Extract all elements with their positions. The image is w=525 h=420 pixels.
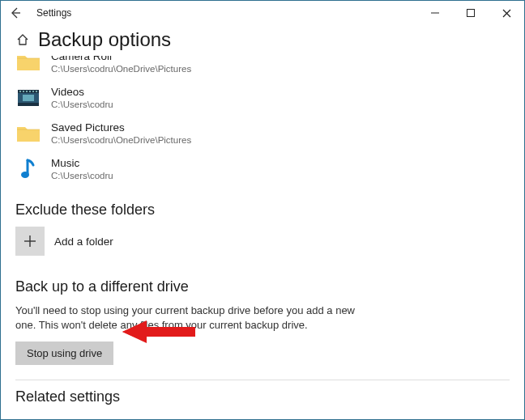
related-heading: Related settings [15,388,510,405]
arrow-left-icon [9,6,22,19]
page-header: Backup options [1,25,524,56]
window-title: Settings [36,7,71,19]
content-area: Camera Roll C:\Users\codru\OneDrive\Pict… [1,56,524,414]
advanced-settings-link[interactable]: See advanced settings [15,414,510,414]
stop-using-drive-button[interactable]: Stop using drive [15,342,113,365]
folder-name: Saved Pictures [51,121,191,135]
svg-point-14 [21,172,29,178]
maximize-button[interactable] [453,1,489,25]
list-item[interactable]: Videos C:\Users\codru [15,80,510,116]
titlebar: Settings [1,1,524,25]
list-item[interactable]: Music C:\Users\codru [15,151,510,187]
page-title: Backup options [38,28,171,51]
list-item[interactable]: Camera Roll C:\Users\codru\OneDrive\Pict… [15,56,510,80]
folder-path: C:\Users\codru\OneDrive\Pictures [51,135,191,146]
svg-rect-8 [23,91,24,92]
diffdrive-heading: Back up to a different drive [15,278,510,295]
minimize-icon [431,9,439,17]
folder-name: Videos [51,85,113,100]
add-folder-button[interactable]: Add a folder [15,227,510,256]
folder-path: C:\Users\codru [51,100,113,111]
exclude-heading: Exclude these folders [15,202,510,218]
folder-path: C:\Users\codru\OneDrive\Pictures [51,64,191,75]
svg-rect-12 [36,91,37,92]
minimize-button[interactable] [417,1,453,25]
folder-name: Music [51,156,113,171]
folder-path: C:\Users\codru [51,171,113,182]
music-icon [15,156,41,182]
add-folder-label: Add a folder [54,235,113,248]
close-icon [502,9,511,18]
maximize-icon [467,9,475,17]
folder-name: Camera Roll [51,56,191,64]
svg-rect-6 [18,103,39,106]
diffdrive-description: You'll need to stop using your current b… [15,303,364,332]
folder-icon [15,56,41,75]
back-button[interactable] [1,6,30,19]
home-icon [15,32,30,47]
folder-icon [15,121,41,146]
svg-rect-7 [19,91,21,92]
close-button[interactable] [489,1,524,25]
plus-icon [15,227,45,256]
svg-rect-1 [467,10,475,17]
list-item[interactable]: Saved Pictures C:\Users\codru\OneDrive\P… [15,116,510,151]
videos-icon [15,85,41,111]
svg-rect-9 [26,91,28,92]
separator [15,380,510,380]
svg-rect-10 [29,91,31,92]
home-button[interactable] [15,32,30,47]
svg-rect-13 [23,95,34,101]
svg-rect-11 [32,91,34,92]
